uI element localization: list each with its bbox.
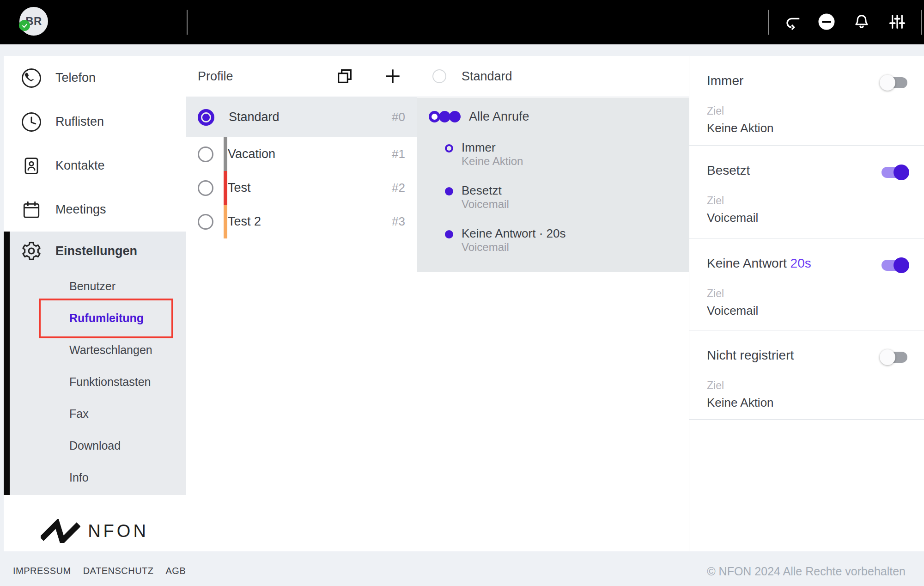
- do-not-disturb-icon: [817, 12, 836, 31]
- immer-toggle[interactable]: [881, 77, 907, 88]
- sidebar-item-label: Kontakte: [55, 159, 105, 173]
- footer-link-datenschutz[interactable]: DATENSCHUTZ: [83, 566, 154, 576]
- profile-row-test[interactable]: Test #2: [186, 171, 417, 205]
- section-title: Keine Antwort 20s: [707, 256, 811, 271]
- ziel-value: Keine Aktion: [707, 121, 774, 135]
- notifications-button[interactable]: [851, 12, 872, 32]
- profile-row-vacation[interactable]: Vacation #1: [186, 137, 417, 171]
- submenu-item-funktionstasten[interactable]: Funktionstasten: [4, 366, 186, 398]
- nfon-logo-mark: [41, 519, 80, 543]
- profile-row-test-2[interactable]: Test 2 #3: [186, 205, 417, 238]
- sidebar-item-einstellungen[interactable]: Einstellungen: [4, 232, 186, 270]
- section-immer: Immer Ziel Keine Aktion: [689, 56, 924, 146]
- rule-immer[interactable]: Immer Keine Aktion: [445, 140, 523, 168]
- ziel-label: Ziel: [707, 105, 724, 117]
- submenu-label: Funktionstasten: [69, 375, 151, 389]
- rules-panel: Alle Anrufe Immer Keine Aktion Besetzt V…: [417, 98, 689, 272]
- detail-profile-name: Standard: [462, 69, 689, 84]
- profile-radio[interactable]: [198, 146, 213, 162]
- sidebar-item-kontakte[interactable]: Kontakte: [4, 144, 186, 188]
- ziel-value: Keine Aktion: [707, 396, 774, 410]
- profile-name: Test: [228, 181, 251, 195]
- phone-icon: [21, 67, 42, 89]
- redirect-button[interactable]: [783, 12, 803, 32]
- toggle-knob: [894, 165, 909, 180]
- gear-icon: [21, 240, 42, 262]
- submenu-label: Benutzer: [69, 280, 116, 293]
- ziel-label: Ziel: [707, 195, 724, 207]
- topbar-divider: [768, 10, 769, 35]
- profiles-title: Profile: [198, 69, 335, 84]
- footer-link-impressum[interactable]: IMPRESSUM: [13, 566, 71, 576]
- section-title: Immer: [707, 73, 743, 88]
- tuning-button[interactable]: [887, 12, 907, 32]
- submenu-label: Info: [69, 471, 89, 484]
- submenu-item-info[interactable]: Info: [4, 462, 186, 494]
- submenu-label: Rufumleitung: [69, 311, 144, 325]
- toggle-knob: [880, 349, 895, 365]
- sidebar-item-label: Meetings: [55, 202, 106, 217]
- ziel-label: Ziel: [707, 379, 724, 392]
- add-profile-button[interactable]: [383, 66, 403, 86]
- profile-row-standard[interactable]: Standard #0: [186, 97, 417, 137]
- redirect-icon: [784, 13, 802, 31]
- profile-radio[interactable]: [198, 109, 214, 126]
- contact-card-icon: [21, 155, 42, 177]
- nicht-registriert-toggle[interactable]: [881, 352, 907, 363]
- online-status-badge: [19, 20, 30, 31]
- rule-bullet: [445, 187, 453, 195]
- rule-besetzt[interactable]: Besetzt Voicemail: [445, 183, 509, 211]
- profile-number: #0: [392, 110, 405, 124]
- ziel-value: Voicemail: [707, 211, 758, 225]
- submenu-label: Download: [69, 439, 121, 452]
- submenu-item-download[interactable]: Download: [4, 430, 186, 462]
- footer-link-agb[interactable]: AGB: [166, 566, 186, 576]
- submenu-item-fax[interactable]: Fax: [4, 398, 186, 430]
- profiles-header: Profile: [186, 56, 417, 97]
- sidebar-item-meetings[interactable]: Meetings: [4, 188, 186, 232]
- footer-links: IMPRESSUM DATENSCHUTZ AGB: [13, 566, 186, 576]
- settings-section: Einstellungen Benutzer Rufumleitung Wart…: [4, 232, 186, 495]
- sidebar-item-label: Ruflisten: [55, 115, 104, 129]
- duplicate-profile-button[interactable]: [335, 67, 354, 85]
- submenu-item-warteschlangen[interactable]: Warteschlangen: [4, 334, 186, 366]
- profile-name: Vacation: [228, 147, 275, 161]
- rule-bullet: [445, 144, 453, 153]
- profile-color-bar: [224, 205, 227, 238]
- section-title: Besetzt: [707, 163, 750, 178]
- rule-bullet: [445, 230, 453, 238]
- timeout-value[interactable]: 20s: [790, 256, 811, 270]
- do-not-disturb-button[interactable]: [816, 12, 837, 32]
- profile-radio[interactable]: [198, 214, 213, 230]
- all-calls-label: Alle Anrufe: [469, 110, 529, 124]
- profile-name: Standard: [229, 110, 280, 124]
- sidebar-item-ruflisten[interactable]: Ruflisten: [4, 100, 186, 144]
- plus-icon: [383, 66, 403, 86]
- all-calls-icon: [429, 111, 461, 122]
- submenu-label: Fax: [69, 407, 89, 421]
- sidebar-item-label: Telefon: [55, 71, 96, 85]
- clock-icon: [21, 111, 42, 133]
- profile-color-bar: [224, 137, 227, 171]
- sidebar-item-telefon[interactable]: Telefon: [4, 56, 186, 100]
- sidebar-item-label: Einstellungen: [55, 244, 137, 258]
- submenu-item-benutzer[interactable]: Benutzer: [4, 270, 186, 302]
- submenu-item-rufumleitung[interactable]: Rufumleitung: [4, 302, 186, 334]
- rule-subtitle: Keine Aktion: [462, 154, 523, 168]
- section-title: Nicht registriert: [707, 348, 794, 363]
- rule-keine-antwort[interactable]: Keine Antwort · 20s Voicemail: [445, 226, 565, 254]
- nfon-logo: NFON: [4, 519, 186, 543]
- nfon-logo-text: NFON: [88, 521, 149, 541]
- all-calls-group[interactable]: Alle Anrufe: [429, 110, 529, 124]
- section-besetzt: Besetzt Ziel Voicemail: [689, 146, 924, 238]
- sidebar: Telefon Ruflisten Kontakte Meetings: [4, 56, 186, 551]
- profile-number: #1: [392, 147, 405, 161]
- besetzt-toggle[interactable]: [881, 167, 907, 178]
- forwarding-settings-column: Immer Ziel Keine Aktion Besetzt Ziel Voi…: [689, 56, 924, 551]
- ziel-label: Ziel: [707, 287, 724, 300]
- profile-radio[interactable]: [198, 180, 213, 196]
- rule-title: Keine Antwort · 20s: [462, 226, 565, 240]
- section-keine-antwort: Keine Antwort 20s Ziel Voicemail: [689, 238, 924, 330]
- profiles-column: Profile Standard #0 Vacation #1 Test #2: [186, 56, 417, 551]
- keine-antwort-toggle[interactable]: [881, 260, 907, 271]
